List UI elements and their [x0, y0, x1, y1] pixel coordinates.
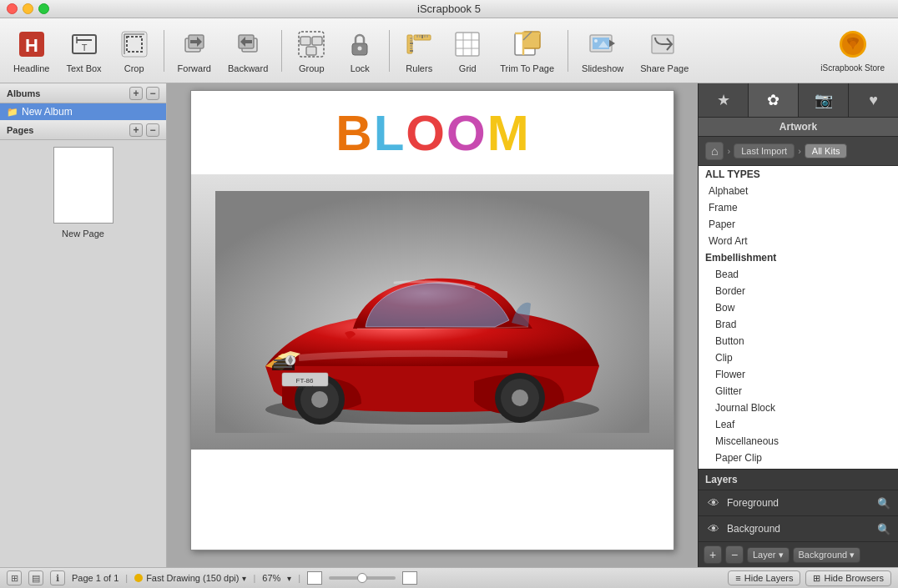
- category-alphabet[interactable]: Alphabet: [699, 183, 898, 199]
- add-layer-button[interactable]: +: [704, 545, 722, 564]
- category-paper[interactable]: Paper: [699, 216, 898, 233]
- artwork-list[interactable]: ALL TYPES Alphabet Frame Paper Word Art …: [699, 166, 898, 469]
- grid-button[interactable]: Grid: [445, 23, 490, 79]
- svg-text:concept: concept: [295, 384, 313, 389]
- pages-section: Pages + − New Page: [0, 120, 166, 567]
- store-button[interactable]: iScrapbook Store: [814, 23, 891, 79]
- svg-rect-15: [312, 37, 322, 45]
- background-search-icon[interactable]: 🔍: [876, 521, 891, 536]
- store-label: iScrapbook Store: [820, 63, 885, 73]
- background-dropdown[interactable]: Background ▾: [793, 547, 861, 563]
- category-glitter[interactable]: Glitter: [699, 383, 898, 400]
- tab-heart[interactable]: ♥: [849, 83, 898, 117]
- remove-page-button[interactable]: −: [146, 123, 159, 137]
- forward-button[interactable]: Forward: [171, 23, 218, 79]
- tab-camera[interactable]: 📷: [799, 83, 849, 117]
- page-label: New Page: [62, 229, 104, 239]
- category-embellishment[interactable]: Embellishment: [699, 249, 898, 266]
- crop-button[interactable]: Crop: [112, 23, 157, 79]
- tab-star[interactable]: ★: [699, 83, 749, 117]
- category-bead[interactable]: Bead: [699, 266, 898, 283]
- trim-button[interactable]: Trim To Page: [493, 23, 561, 79]
- rulers-button[interactable]: Rulers: [396, 23, 441, 79]
- hide-layers-button[interactable]: ≡ Hide Layers: [728, 570, 800, 585]
- pages-header: Pages + −: [0, 120, 166, 140]
- add-page-button[interactable]: +: [129, 123, 143, 137]
- minimize-button[interactable]: [23, 3, 33, 14]
- lock-button[interactable]: Lock: [337, 23, 382, 79]
- category-flower[interactable]: Flower: [699, 366, 898, 383]
- layer-foreground[interactable]: 👁 Foreground 🔍: [699, 490, 898, 516]
- svg-rect-6: [122, 32, 147, 57]
- trim-icon: [512, 28, 543, 60]
- layers-toolbar: + − Layer ▾ Background ▾: [699, 542, 898, 567]
- foreground-search-icon[interactable]: 🔍: [876, 495, 891, 510]
- backward-button[interactable]: Backward: [221, 23, 275, 79]
- album-item[interactable]: 📁 New Album: [0, 103, 166, 120]
- hide-browsers-button[interactable]: ⊞ Hide Browsers: [805, 570, 891, 586]
- statusbar-info-btn[interactable]: ℹ: [50, 570, 65, 585]
- category-paper-clip[interactable]: Paper Clip: [699, 450, 898, 466]
- tab-flower[interactable]: ✿: [749, 83, 799, 117]
- hide-layers-lines-icon: ≡: [735, 573, 740, 583]
- maximize-button[interactable]: [38, 3, 49, 14]
- divider-3: [389, 30, 390, 72]
- crop-label: Crop: [124, 63, 144, 73]
- bloom-o1: O: [406, 104, 445, 162]
- category-brad[interactable]: Brad: [699, 316, 898, 333]
- remove-album-button[interactable]: −: [146, 87, 159, 100]
- category-all-types[interactable]: ALL TYPES: [699, 166, 898, 183]
- foreground-visibility-toggle[interactable]: 👁: [705, 495, 722, 511]
- headline-button[interactable]: H Headline: [7, 23, 56, 79]
- foreground-layer-name: Foreground: [727, 497, 876, 509]
- category-bow[interactable]: Bow: [699, 299, 898, 316]
- statusbar-pages-btn[interactable]: ▤: [28, 570, 43, 585]
- close-button[interactable]: [7, 3, 18, 14]
- svg-point-60: [512, 389, 528, 406]
- category-wordart[interactable]: Word Art: [699, 233, 898, 249]
- slideshow-label: Slideshow: [582, 63, 623, 73]
- category-clip[interactable]: Clip: [699, 349, 898, 366]
- category-button[interactable]: Button: [699, 333, 898, 349]
- svg-text:H: H: [25, 35, 38, 56]
- album-name: New Album: [22, 106, 73, 118]
- textbox-label: Text Box: [66, 63, 101, 73]
- category-leaf[interactable]: Leaf: [699, 416, 898, 433]
- category-journal-block[interactable]: Journal Block: [699, 400, 898, 416]
- sharepage-button[interactable]: Share Page: [633, 23, 695, 79]
- slideshow-button[interactable]: Slideshow: [575, 23, 630, 79]
- textbox-button[interactable]: T Text Box: [59, 23, 108, 79]
- statusbar-icon-btn[interactable]: ⊞: [7, 570, 22, 585]
- remove-layer-button[interactable]: −: [725, 545, 744, 564]
- bloom-o2: O: [446, 104, 486, 162]
- svg-rect-16: [306, 47, 316, 55]
- bloom-l: L: [374, 104, 405, 162]
- background-visibility-toggle[interactable]: 👁: [705, 520, 722, 537]
- page-full-icon[interactable]: [402, 571, 417, 585]
- last-import-button[interactable]: Last Import: [734, 143, 795, 158]
- zoom-slider[interactable]: [329, 576, 396, 580]
- group-label: Group: [299, 63, 325, 73]
- category-frame[interactable]: Frame: [699, 199, 898, 216]
- canvas-area[interactable]: B L O O M: [167, 83, 698, 567]
- window-controls: [7, 3, 49, 14]
- category-miscellaneous[interactable]: Miscellaneous: [699, 433, 898, 450]
- artwork-home-button[interactable]: ⌂: [705, 142, 724, 160]
- artwork-nav-arrow: ›: [727, 146, 730, 156]
- page-size-icon[interactable]: [307, 571, 322, 585]
- add-album-button[interactable]: +: [129, 87, 143, 100]
- divider-1: [164, 30, 164, 72]
- category-border[interactable]: Border: [699, 283, 898, 299]
- divider-2: [281, 30, 282, 72]
- layer-dropdown[interactable]: Layer ▾: [747, 547, 790, 563]
- forward-icon: [179, 28, 210, 60]
- all-kits-button[interactable]: All Kits: [805, 143, 848, 158]
- layer-background[interactable]: 👁 Background 🔍: [699, 516, 898, 542]
- pages-controls: + −: [129, 123, 159, 137]
- hide-browsers-label: Hide Browsers: [824, 573, 884, 583]
- page-thumbnail[interactable]: [53, 147, 114, 224]
- zoom-slider-thumb[interactable]: [357, 573, 367, 583]
- titlebar: iScrapbook 5: [0, 0, 898, 18]
- sidebar-tabs: ★ ✿ 📷 ♥: [699, 83, 898, 118]
- group-button[interactable]: Group: [289, 23, 334, 79]
